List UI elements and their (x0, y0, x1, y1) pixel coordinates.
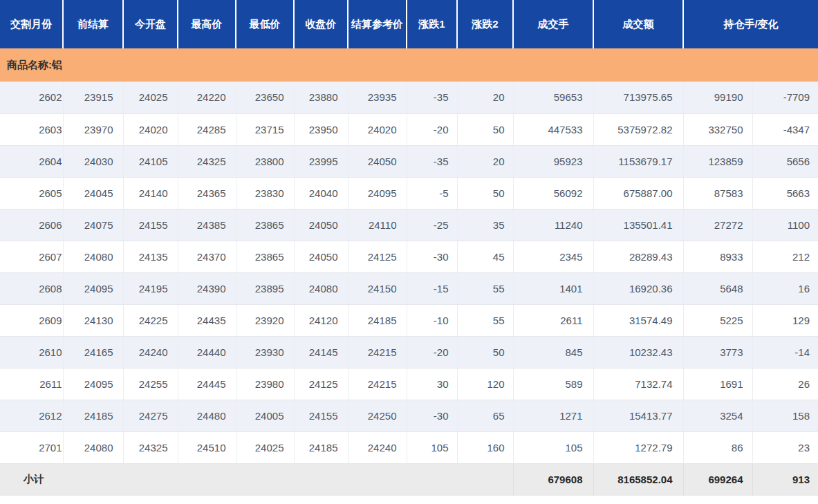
table-cell: 5656 (752, 145, 818, 177)
table-cell: 23800 (236, 145, 294, 177)
table-cell: 24095 (63, 272, 123, 304)
table-row: 2608240952419524390238952408024150-15551… (0, 272, 818, 304)
table-cell: 50 (457, 336, 513, 368)
table-cell: 24195 (123, 272, 178, 304)
table-cell: 105 (513, 431, 593, 463)
table-cell: 2701 (0, 431, 63, 463)
table-cell: -30 (407, 400, 457, 431)
table-cell: 3773 (683, 336, 752, 368)
subtotal-open-interest: 699264 (683, 463, 752, 496)
table-cell: 55 (457, 304, 513, 336)
table-cell: 2606 (0, 209, 63, 241)
table-row: 2701240802432524510240252418524240105160… (0, 431, 818, 463)
table-cell: 24050 (348, 145, 407, 177)
table-cell: 26 (752, 368, 818, 400)
table-cell: 24155 (294, 400, 348, 431)
table-cell: 332750 (683, 113, 752, 145)
table-cell: 24250 (348, 400, 407, 431)
table-cell: 24040 (294, 177, 348, 209)
header-row: 交割月份 前结算 今开盘 最高价 最低价 收盘价 结算参考价 涨跌1 涨跌2 成… (0, 0, 818, 48)
table-cell: 2607 (0, 241, 63, 272)
subtotal-volume: 679608 (513, 463, 593, 496)
table-cell: 24105 (123, 145, 178, 177)
table-cell: 24080 (294, 272, 348, 304)
table-cell: 120 (457, 368, 513, 400)
table-cell: 23995 (294, 145, 348, 177)
table-cell: -7709 (752, 82, 818, 113)
table-cell: -25 (407, 209, 457, 241)
table-cell: 65 (457, 400, 513, 431)
header-delivery-month: 交割月份 (0, 0, 63, 48)
table-cell: 24095 (348, 177, 407, 209)
table-cell: 447533 (513, 113, 593, 145)
table-cell: 7132.74 (593, 368, 683, 400)
table-cell: 23880 (294, 82, 348, 113)
header-change1: 涨跌1 (407, 0, 457, 48)
table-cell: 24215 (348, 368, 407, 400)
table-cell: 24365 (178, 177, 236, 209)
header-turnover: 成交额 (593, 0, 683, 48)
table-cell: 23980 (236, 368, 294, 400)
table-cell: 24510 (178, 431, 236, 463)
table-cell: 24135 (123, 241, 178, 272)
table-cell: -14 (752, 336, 818, 368)
table-row: 2609241302422524435239202412024185-10552… (0, 304, 818, 336)
table-cell: 87583 (683, 177, 752, 209)
table-cell: 24075 (63, 209, 123, 241)
subtotal-oi-change: 913 (752, 463, 818, 496)
table-cell: 95923 (513, 145, 593, 177)
table-cell: 1271 (513, 400, 593, 431)
table-cell: 1401 (513, 272, 593, 304)
header-prev-settlement: 前结算 (63, 0, 123, 48)
table-cell: 212 (752, 241, 818, 272)
header-open: 今开盘 (123, 0, 178, 48)
table-cell: 5375972.82 (593, 113, 683, 145)
table-cell: 1691 (683, 368, 752, 400)
table-cell: 2345 (513, 241, 593, 272)
product-name-label: 商品名称:铝 (0, 48, 818, 82)
table-cell: 24080 (63, 241, 123, 272)
table-cell: 24185 (348, 304, 407, 336)
table-cell: 23715 (236, 113, 294, 145)
table-cell: 2612 (0, 400, 63, 431)
table-cell: 59653 (513, 82, 593, 113)
table-row: 2610241652424024440239302414524215-20508… (0, 336, 818, 368)
table-cell: 24435 (178, 304, 236, 336)
table-cell: 99190 (683, 82, 752, 113)
table-cell: 2610 (0, 336, 63, 368)
table-cell: 158 (752, 400, 818, 431)
table-row: 2603239702402024285237152395024020-20504… (0, 113, 818, 145)
table-cell: 24140 (123, 177, 178, 209)
table-cell: 23 (752, 431, 818, 463)
table-cell: 50 (457, 177, 513, 209)
table-row: 2612241852427524480240052415524250-30651… (0, 400, 818, 431)
table-cell: 23950 (294, 113, 348, 145)
subtotal-turnover: 8165852.04 (593, 463, 683, 496)
table-cell: 24125 (348, 241, 407, 272)
table-cell: 160 (457, 431, 513, 463)
table-cell: 55 (457, 272, 513, 304)
table-cell: 30 (407, 368, 457, 400)
table-cell: 28289.43 (593, 241, 683, 272)
table-cell: 35 (457, 209, 513, 241)
table-cell: -35 (407, 145, 457, 177)
header-low: 最低价 (236, 0, 294, 48)
table-cell: 15413.77 (593, 400, 683, 431)
header-high: 最高价 (178, 0, 236, 48)
table-cell: 11240 (513, 209, 593, 241)
table-cell: 24225 (123, 304, 178, 336)
table-cell: 24185 (294, 431, 348, 463)
table-cell: -30 (407, 241, 457, 272)
table-row: 2604240302410524325238002399524050-35209… (0, 145, 818, 177)
table-cell: -15 (407, 272, 457, 304)
table-cell: 1100 (752, 209, 818, 241)
table-cell: 589 (513, 368, 593, 400)
table-cell: 27272 (683, 209, 752, 241)
table-cell: 24480 (178, 400, 236, 431)
table-cell: 24110 (348, 209, 407, 241)
table-cell: 24080 (63, 431, 123, 463)
table-cell: 123859 (683, 145, 752, 177)
table-cell: 23920 (236, 304, 294, 336)
table-row: 2602239152402524220236502388023935-35205… (0, 82, 818, 113)
table-cell: 2611 (0, 368, 63, 400)
